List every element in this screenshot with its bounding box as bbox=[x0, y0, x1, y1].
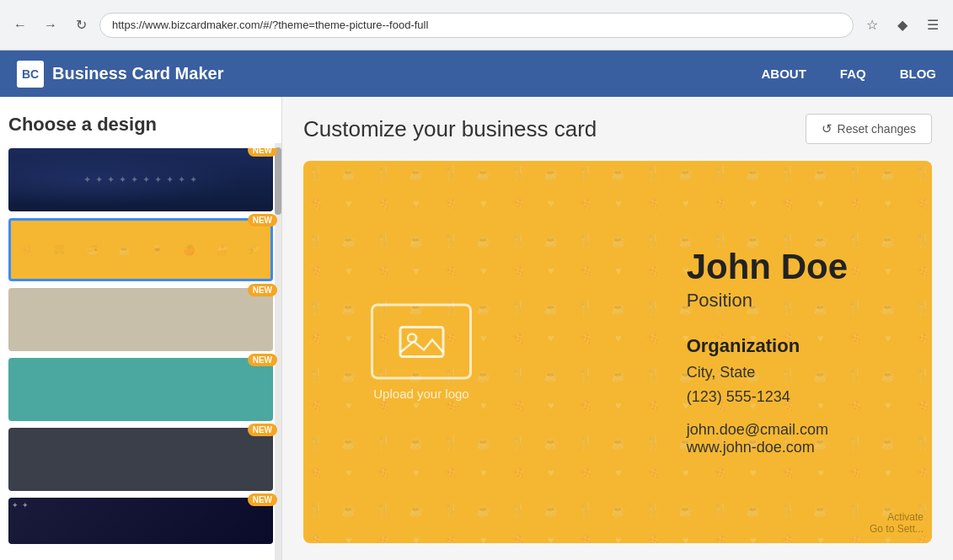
logo-upload-area[interactable]: Upload your logo bbox=[371, 304, 472, 401]
browser-icons: ☆ ◆ ☰ bbox=[860, 13, 945, 37]
card-organization: Organization bbox=[687, 335, 848, 357]
logo-icon: BC bbox=[17, 61, 44, 88]
app-title: Business Card Maker bbox=[52, 64, 223, 83]
sidebar: Choose a design NEW ✦ ✦ ✦ ✦ ✦ ✦ ✦ ✦ ✦ ✦ … bbox=[0, 97, 282, 560]
design-item-teal[interactable]: NEW bbox=[8, 358, 273, 421]
reset-button[interactable]: ↺ Reset changes bbox=[806, 114, 932, 144]
sidebar-header: Choose a design bbox=[0, 97, 281, 148]
url-text: https://www.bizcardmaker.com/#/?theme=th… bbox=[112, 19, 428, 31]
new-badge-6: NEW bbox=[248, 493, 277, 506]
design-thumbnail-darkgray bbox=[8, 428, 273, 491]
content-area: Choose a design NEW ✦ ✦ ✦ ✦ ✦ ✦ ✦ ✦ ✦ ✦ … bbox=[0, 97, 953, 560]
design-item-space1[interactable]: NEW ✦ ✦ ✦ ✦ ✦ ✦ ✦ ✦ ✦ ✦ bbox=[8, 148, 273, 211]
upload-icon-box[interactable] bbox=[371, 304, 472, 380]
browser-chrome: ← → ↻ https://www.bizcardmaker.com/#/?th… bbox=[0, 0, 953, 51]
design-item-darkgray[interactable]: NEW bbox=[8, 428, 273, 491]
upload-label: Upload your logo bbox=[373, 387, 468, 401]
design-thumbnail-space1: ✦ ✦ ✦ ✦ ✦ ✦ ✦ ✦ ✦ ✦ bbox=[8, 148, 273, 211]
watermark-line2: Go to Sett... bbox=[870, 523, 924, 535]
address-bar[interactable]: https://www.bizcardmaker.com/#/?theme=th… bbox=[99, 13, 854, 38]
page-title: Customize your business card bbox=[303, 116, 597, 142]
new-badge: NEW bbox=[248, 148, 277, 157]
svg-point-6 bbox=[408, 333, 416, 342]
card-preview: 🍴 ☕ 🍕 ♥ bbox=[303, 161, 932, 543]
design-list: NEW ✦ ✦ ✦ ✦ ✦ ✦ ✦ ✦ ✦ ✦ NEW 🍕🍔🍜☕ bbox=[0, 148, 281, 560]
back-button[interactable]: ← bbox=[8, 13, 32, 37]
design-thumbnail-food-yellow: 🍕🍔🍜☕ 🍷🍎🍰🌮 bbox=[8, 218, 273, 281]
blog-link[interactable]: BLOG bbox=[900, 67, 936, 81]
faq-link[interactable]: FAQ bbox=[840, 67, 866, 81]
new-badge-2: NEW bbox=[248, 214, 277, 227]
card-info: John Doe Position Organization City, Sta… bbox=[687, 248, 848, 456]
card-website: www.john-doe.com bbox=[687, 439, 848, 456]
main-content: Customize your business card ↺ Reset cha… bbox=[282, 97, 953, 560]
reset-icon: ↺ bbox=[822, 121, 833, 136]
refresh-button[interactable]: ↻ bbox=[69, 13, 93, 37]
about-link[interactable]: ABOUT bbox=[761, 67, 806, 81]
bookmark-icon[interactable]: ☆ bbox=[860, 13, 884, 37]
extensions-icon[interactable]: ◆ bbox=[891, 13, 914, 37]
new-badge-4: NEW bbox=[248, 354, 277, 366]
card-email: john.doe@cmail.com bbox=[687, 421, 848, 439]
card-city-state: City, State bbox=[687, 360, 848, 385]
design-item-food-yellow[interactable]: NEW 🍕🍔🍜☕ 🍷🍎🍰🌮 bbox=[8, 218, 273, 281]
design-thumbnail-beige bbox=[8, 288, 273, 351]
design-item-beige[interactable]: NEW bbox=[8, 288, 273, 351]
scrollbar-thumb[interactable] bbox=[275, 147, 281, 215]
design-item-space2[interactable]: NEW ✦ ✦ bbox=[8, 498, 273, 544]
app-container: BC Business Card Maker ABOUT FAQ BLOG Ch… bbox=[0, 51, 953, 560]
design-thumbnail-space2: ✦ ✦ bbox=[8, 498, 273, 544]
design-thumbnail-teal bbox=[8, 358, 273, 421]
activate-watermark: Activate Go to Sett... bbox=[870, 511, 924, 535]
top-nav: BC Business Card Maker ABOUT FAQ BLOG bbox=[0, 51, 953, 97]
app-logo: BC Business Card Maker bbox=[17, 61, 223, 88]
new-badge-3: NEW bbox=[248, 284, 277, 296]
image-upload-icon bbox=[399, 323, 445, 360]
nav-links: ABOUT FAQ BLOG bbox=[761, 67, 936, 81]
watermark-line1: Activate bbox=[870, 511, 924, 523]
card-phone: (123) 555-1234 bbox=[687, 385, 848, 409]
menu-icon[interactable]: ☰ bbox=[921, 13, 945, 37]
svg-rect-5 bbox=[400, 327, 443, 356]
new-badge-5: NEW bbox=[248, 424, 277, 436]
main-header: Customize your business card ↺ Reset cha… bbox=[303, 114, 932, 144]
card-name: John Doe bbox=[687, 248, 848, 286]
forward-button[interactable]: → bbox=[39, 13, 62, 37]
reset-label: Reset changes bbox=[838, 122, 916, 136]
card-position: Position bbox=[687, 290, 848, 312]
